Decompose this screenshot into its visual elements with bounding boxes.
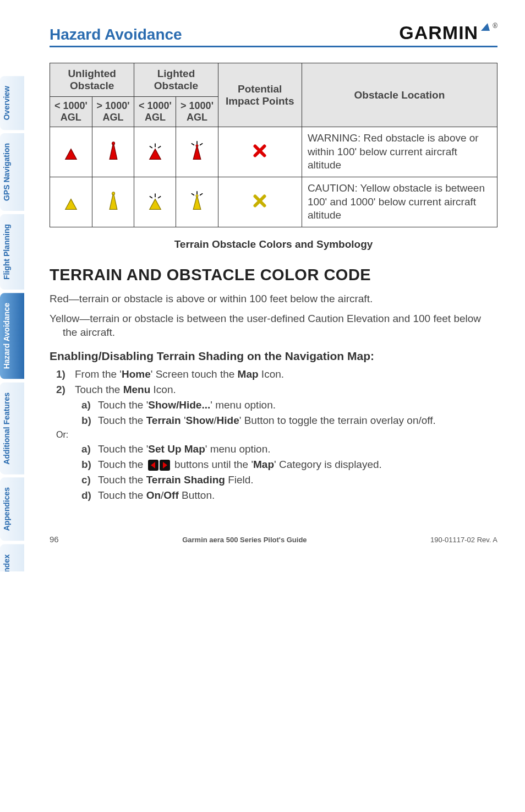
th-unlighted-lt1000: < 1000' AGL [50,97,92,127]
cell-location-caution: CAUTION: Yellow obstacle is between 100'… [302,177,497,227]
tab-flight-planning[interactable]: Flight Planning [0,214,24,290]
cell-lighted-tall-red [176,127,218,177]
text: Touch the [98,474,146,486]
text: Touch the [98,459,146,470]
cell-lighted-short-red [134,127,176,177]
text: Icon. [259,368,284,380]
bold: Map [238,368,259,380]
header-title: Hazard Avoidance [50,26,182,43]
bold: Menu [123,384,151,395]
obstacle-tall-icon [104,190,123,211]
tab-additional-features[interactable]: Additional Features [0,383,24,475]
th-lighted-lt1000: < 1000' AGL [134,97,176,127]
cell-unlighted-tall-red [92,127,134,177]
side-tabs: Overview GPS Navigation Flight Planning … [0,76,24,571]
text: ' menu option. [210,399,276,411]
svg-point-26 [196,194,198,197]
svg-line-19 [150,196,152,198]
text: ' [181,415,186,426]
garmin-logo-text: GARMIN [399,22,478,43]
cell-lighted-short-yellow [134,177,176,227]
obstacle-short-icon [62,190,80,211]
svg-line-6 [158,146,161,148]
substep-text: Touch the 'Show/Hide...' menu option. [98,399,276,411]
th-unlighted: Unlighted Obstacle [50,63,134,97]
cell-location-warning: WARNING: Red obstacle is above or within… [302,127,497,177]
svg-point-17 [112,192,114,194]
tab-overview[interactable]: Overview [0,76,24,130]
svg-marker-1 [65,149,76,159]
th-unlighted-gt1000: > 1000' AGL [92,97,134,127]
step-number: 2) [56,384,75,396]
footer-title: Garmin aera 500 Series Pilot's Guide [59,536,430,544]
obstacle-short-icon [62,140,80,161]
step-text: From the 'Home' Screen touch the Map Ico… [75,368,284,380]
substep-number: a) [81,443,98,455]
bold: Hide [217,415,239,426]
text: ' Button to toggle the terrain overlay o… [239,415,436,426]
th-lighted-gt1000: > 1000' AGL [176,97,218,127]
substep-a2: a) Touch the 'Set Up Map' menu option. [81,443,497,455]
bold: Set Up Map [148,443,205,455]
text: Button. [179,489,215,501]
text: Touch the ' [98,399,148,411]
substep-b2: b) Touch the buttons until the 'Map' Cat… [81,459,497,471]
substep-c: c) Touch the Terrain Shading Field. [81,474,497,486]
paragraph-yellow: Yellow—terrain or obstacle is between th… [50,312,497,340]
th-potential: Potential Impact Points [218,63,302,127]
text: Field. [225,474,254,486]
table-row: CAUTION: Yellow obstacle is between 100'… [50,177,497,227]
garmin-triangle-icon [480,22,491,32]
bold: Home [122,368,151,380]
svg-line-10 [200,143,203,145]
cell-unlighted-short-red [50,127,92,177]
text: ' menu option. [205,443,271,455]
svg-marker-21 [150,199,161,209]
footer-revision: 190-01117-02 Rev. A [430,536,497,544]
text: Touch the [98,489,146,501]
impact-x-icon [250,140,269,161]
substep-number: b) [81,459,98,471]
svg-point-3 [112,141,114,144]
text: ' Screen touch the [151,368,238,380]
step-2: 2) Touch the Menu Icon. [56,384,497,396]
cell-unlighted-short-yellow [50,177,92,227]
svg-marker-11 [193,145,201,159]
table-caption: Terrain Obstacle Colors and Symbology [50,238,497,250]
text: Touch the [75,384,123,395]
procedure-steps: 1) From the 'Home' Screen touch the Map … [56,368,497,396]
tab-appendices[interactable]: Appendices [0,477,24,541]
svg-line-24 [200,193,203,195]
page-footer: 96 Garmin aera 500 Series Pilot's Guide … [50,535,497,544]
substep-text: Touch the Terrain Shading Field. [98,474,254,486]
text: ' Category is displayed. [274,459,382,470]
arrow-buttons-icon [148,460,170,471]
bold: Off [163,489,178,501]
bold: On [146,489,161,501]
th-location: Obstacle Location [302,63,497,127]
substep-d: d) Touch the On/Off Button. [81,489,497,502]
tab-index[interactable]: Index [0,544,24,571]
substep-b1: b) Touch the Terrain 'Show/Hide' Button … [81,415,497,427]
table-row: WARNING: Red obstacle is above or within… [50,127,497,177]
text: From the ' [75,368,122,380]
th-lighted: Lighted Obstacle [134,63,218,97]
obstacle-lighted-tall-icon [188,190,206,211]
svg-line-9 [192,143,194,145]
substeps-first: a) Touch the 'Show/Hide...' menu option.… [81,399,497,427]
page-number: 96 [50,535,59,544]
page-header: Hazard Avoidance GARMIN ® [50,22,497,47]
obstacle-lighted-short-icon [146,140,165,161]
tab-gps-navigation[interactable]: GPS Navigation [0,133,24,211]
substep-text: Touch the 'Set Up Map' menu option. [98,443,271,455]
cell-unlighted-tall-yellow [92,177,134,227]
bold: Map [253,459,274,470]
bold: Show/Hide... [148,399,210,411]
obstacle-tall-icon [104,140,123,161]
procedure-title: Enabling/Disabling Terrain Shading on th… [50,350,497,363]
tab-hazard-avoidance[interactable]: Hazard Avoidance [0,293,24,379]
bold: Show [186,415,214,426]
section-heading: TERRAIN AND OBSTACLE COLOR CODE [50,266,497,284]
cell-impact-yellow [218,177,302,227]
substeps-second: a) Touch the 'Set Up Map' menu option. b… [81,443,497,502]
